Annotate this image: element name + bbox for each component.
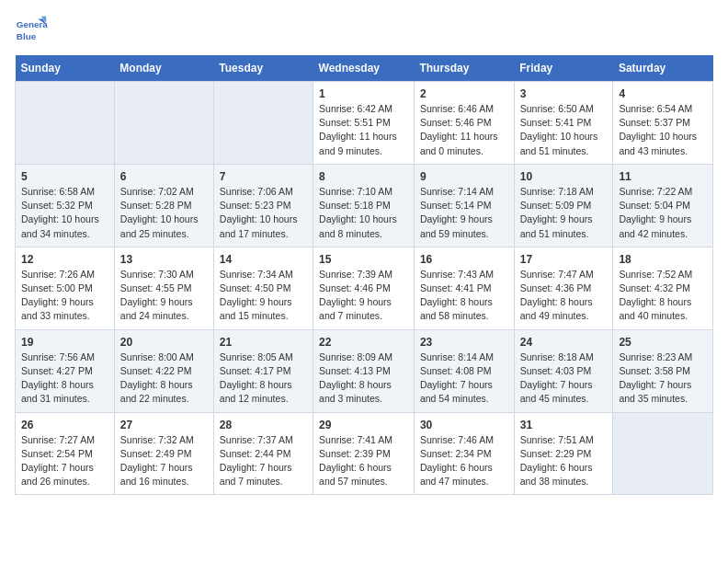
day-info: Sunrise: 7:10 AM Sunset: 5:18 PM Dayligh…	[319, 185, 408, 241]
calendar-cell	[213, 82, 313, 165]
day-number: 4	[619, 87, 707, 100]
day-number: 15	[319, 253, 408, 266]
calendar-cell: 2Sunrise: 6:46 AM Sunset: 5:46 PM Daylig…	[414, 82, 514, 165]
day-info: Sunrise: 7:22 AM Sunset: 5:04 PM Dayligh…	[619, 185, 707, 241]
calendar-cell: 7Sunrise: 7:06 AM Sunset: 5:23 PM Daylig…	[213, 164, 313, 247]
day-info: Sunrise: 7:18 AM Sunset: 5:09 PM Dayligh…	[520, 185, 608, 241]
day-info: Sunrise: 7:06 AM Sunset: 5:23 PM Dayligh…	[220, 185, 307, 241]
day-number: 16	[420, 253, 508, 266]
calendar-cell	[114, 82, 213, 165]
day-number: 5	[21, 170, 108, 183]
logo-icon: General Blue	[15, 15, 48, 48]
day-number: 6	[120, 170, 208, 183]
week-row-2: 12Sunrise: 7:26 AM Sunset: 5:00 PM Dayli…	[16, 247, 713, 329]
day-info: Sunrise: 6:58 AM Sunset: 5:32 PM Dayligh…	[21, 185, 108, 241]
day-info: Sunrise: 6:46 AM Sunset: 5:46 PM Dayligh…	[420, 102, 508, 158]
week-row-0: 1Sunrise: 6:42 AM Sunset: 5:51 PM Daylig…	[16, 82, 713, 165]
day-number: 25	[619, 336, 707, 349]
day-number: 3	[520, 87, 608, 100]
day-info: Sunrise: 7:27 AM Sunset: 2:54 PM Dayligh…	[21, 433, 108, 489]
logo: General Blue	[15, 15, 48, 48]
day-number: 21	[220, 336, 307, 349]
day-info: Sunrise: 7:26 AM Sunset: 5:00 PM Dayligh…	[21, 268, 108, 324]
calendar-cell: 25Sunrise: 8:23 AM Sunset: 3:58 PM Dayli…	[613, 329, 713, 412]
day-info: Sunrise: 8:18 AM Sunset: 4:03 PM Dayligh…	[520, 350, 608, 407]
day-header-wednesday: Wednesday	[313, 55, 415, 82]
calendar-cell: 1Sunrise: 6:42 AM Sunset: 5:51 PM Daylig…	[313, 82, 415, 165]
day-info: Sunrise: 7:41 AM Sunset: 2:39 PM Dayligh…	[319, 433, 408, 489]
day-info: Sunrise: 7:56 AM Sunset: 4:27 PM Dayligh…	[21, 350, 108, 407]
calendar-cell: 15Sunrise: 7:39 AM Sunset: 4:46 PM Dayli…	[313, 247, 415, 329]
page-header: General Blue	[15, 15, 713, 48]
day-number: 30	[420, 419, 508, 431]
day-info: Sunrise: 8:09 AM Sunset: 4:13 PM Dayligh…	[319, 350, 408, 407]
calendar-cell: 27Sunrise: 7:32 AM Sunset: 2:49 PM Dayli…	[114, 412, 213, 495]
day-header-tuesday: Tuesday	[213, 55, 313, 82]
calendar-cell: 30Sunrise: 7:46 AM Sunset: 2:34 PM Dayli…	[414, 412, 514, 495]
calendar-cell: 5Sunrise: 6:58 AM Sunset: 5:32 PM Daylig…	[16, 164, 115, 247]
calendar-cell: 12Sunrise: 7:26 AM Sunset: 5:00 PM Dayli…	[16, 247, 115, 329]
day-number: 18	[619, 253, 707, 266]
calendar-cell: 11Sunrise: 7:22 AM Sunset: 5:04 PM Dayli…	[613, 164, 713, 247]
day-info: Sunrise: 6:54 AM Sunset: 5:37 PM Dayligh…	[619, 102, 707, 158]
day-number: 22	[319, 336, 408, 349]
day-number: 23	[420, 336, 508, 349]
calendar-cell: 26Sunrise: 7:27 AM Sunset: 2:54 PM Dayli…	[16, 412, 115, 495]
day-number: 31	[520, 419, 608, 431]
day-info: Sunrise: 7:46 AM Sunset: 2:34 PM Dayligh…	[420, 433, 508, 489]
day-number: 20	[120, 336, 208, 349]
day-info: Sunrise: 7:39 AM Sunset: 4:46 PM Dayligh…	[319, 268, 408, 324]
day-number: 12	[21, 253, 108, 266]
day-header-saturday: Saturday	[613, 55, 713, 82]
day-header-monday: Monday	[114, 55, 213, 82]
day-info: Sunrise: 6:42 AM Sunset: 5:51 PM Dayligh…	[319, 102, 408, 158]
day-info: Sunrise: 8:05 AM Sunset: 4:17 PM Dayligh…	[220, 350, 307, 407]
calendar-cell: 21Sunrise: 8:05 AM Sunset: 4:17 PM Dayli…	[213, 329, 313, 412]
day-number: 26	[21, 419, 108, 431]
day-info: Sunrise: 6:50 AM Sunset: 5:41 PM Dayligh…	[520, 102, 608, 158]
day-number: 28	[220, 419, 307, 431]
day-number: 7	[220, 170, 307, 183]
day-info: Sunrise: 7:32 AM Sunset: 2:49 PM Dayligh…	[120, 433, 208, 489]
day-info: Sunrise: 8:00 AM Sunset: 4:22 PM Dayligh…	[120, 350, 208, 407]
day-number: 11	[619, 170, 707, 183]
calendar-cell: 18Sunrise: 7:52 AM Sunset: 4:32 PM Dayli…	[613, 247, 713, 329]
calendar-cell: 4Sunrise: 6:54 AM Sunset: 5:37 PM Daylig…	[613, 82, 713, 165]
day-info: Sunrise: 7:02 AM Sunset: 5:28 PM Dayligh…	[120, 185, 208, 241]
day-header-thursday: Thursday	[414, 55, 514, 82]
calendar-cell: 10Sunrise: 7:18 AM Sunset: 5:09 PM Dayli…	[514, 164, 613, 247]
day-number: 29	[319, 419, 408, 431]
day-number: 14	[220, 253, 307, 266]
day-number: 27	[120, 419, 208, 431]
day-info: Sunrise: 7:34 AM Sunset: 4:50 PM Dayligh…	[220, 268, 307, 324]
day-info: Sunrise: 7:37 AM Sunset: 2:44 PM Dayligh…	[220, 433, 307, 489]
day-number: 10	[520, 170, 608, 183]
calendar-cell	[16, 82, 115, 165]
day-number: 9	[420, 170, 508, 183]
calendar-table: SundayMondayTuesdayWednesdayThursdayFrid…	[15, 55, 713, 495]
calendar-cell	[613, 412, 713, 495]
calendar-cell: 14Sunrise: 7:34 AM Sunset: 4:50 PM Dayli…	[213, 247, 313, 329]
day-number: 13	[120, 253, 208, 266]
day-info: Sunrise: 7:51 AM Sunset: 2:29 PM Dayligh…	[520, 433, 608, 489]
calendar-cell: 3Sunrise: 6:50 AM Sunset: 5:41 PM Daylig…	[514, 82, 613, 165]
calendar-cell: 24Sunrise: 8:18 AM Sunset: 4:03 PM Dayli…	[514, 329, 613, 412]
calendar-cell: 22Sunrise: 8:09 AM Sunset: 4:13 PM Dayli…	[313, 329, 415, 412]
day-info: Sunrise: 8:14 AM Sunset: 4:08 PM Dayligh…	[420, 350, 508, 407]
calendar-cell: 8Sunrise: 7:10 AM Sunset: 5:18 PM Daylig…	[313, 164, 415, 247]
day-headers-row: SundayMondayTuesdayWednesdayThursdayFrid…	[16, 55, 713, 82]
calendar-cell: 28Sunrise: 7:37 AM Sunset: 2:44 PM Dayli…	[213, 412, 313, 495]
calendar-cell: 6Sunrise: 7:02 AM Sunset: 5:28 PM Daylig…	[114, 164, 213, 247]
svg-text:Blue: Blue	[17, 31, 37, 41]
day-header-sunday: Sunday	[16, 55, 115, 82]
day-number: 19	[21, 336, 108, 349]
calendar-cell: 31Sunrise: 7:51 AM Sunset: 2:29 PM Dayli…	[514, 412, 613, 495]
day-number: 24	[520, 336, 608, 349]
day-info: Sunrise: 7:47 AM Sunset: 4:36 PM Dayligh…	[520, 268, 608, 324]
day-info: Sunrise: 7:52 AM Sunset: 4:32 PM Dayligh…	[619, 268, 707, 324]
day-header-friday: Friday	[514, 55, 613, 82]
day-info: Sunrise: 7:14 AM Sunset: 5:14 PM Dayligh…	[420, 185, 508, 241]
calendar-cell: 17Sunrise: 7:47 AM Sunset: 4:36 PM Dayli…	[514, 247, 613, 329]
day-number: 8	[319, 170, 408, 183]
calendar-cell: 9Sunrise: 7:14 AM Sunset: 5:14 PM Daylig…	[414, 164, 514, 247]
